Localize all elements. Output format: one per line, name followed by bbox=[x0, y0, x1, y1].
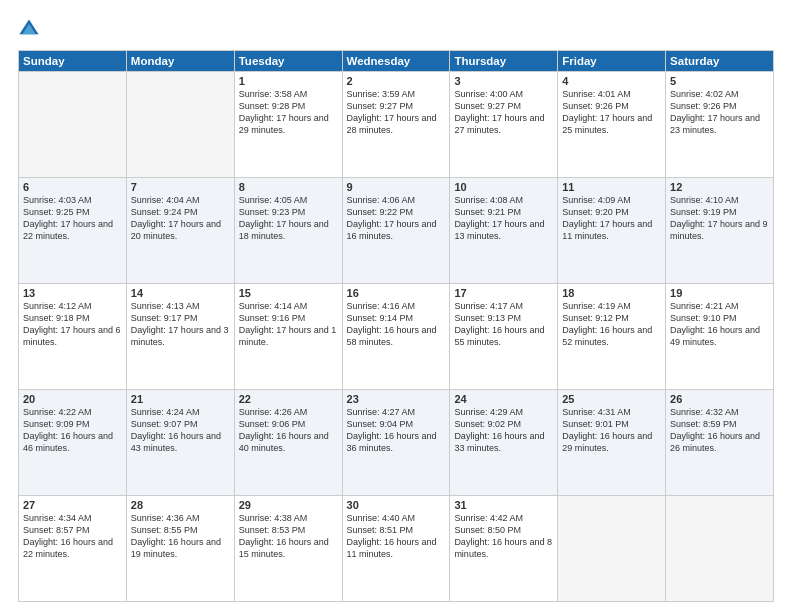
day-number: 6 bbox=[23, 181, 122, 193]
day-number: 15 bbox=[239, 287, 338, 299]
day-number: 25 bbox=[562, 393, 661, 405]
day-cell bbox=[558, 496, 666, 602]
col-header-tuesday: Tuesday bbox=[234, 51, 342, 72]
day-cell: 12Sunrise: 4:10 AMSunset: 9:19 PMDayligh… bbox=[666, 178, 774, 284]
day-detail: Sunrise: 4:10 AMSunset: 9:19 PMDaylight:… bbox=[670, 194, 769, 243]
day-number: 31 bbox=[454, 499, 553, 511]
day-cell: 10Sunrise: 4:08 AMSunset: 9:21 PMDayligh… bbox=[450, 178, 558, 284]
day-detail: Sunrise: 4:04 AMSunset: 9:24 PMDaylight:… bbox=[131, 194, 230, 243]
day-number: 28 bbox=[131, 499, 230, 511]
day-number: 10 bbox=[454, 181, 553, 193]
day-cell: 27Sunrise: 4:34 AMSunset: 8:57 PMDayligh… bbox=[19, 496, 127, 602]
day-number: 20 bbox=[23, 393, 122, 405]
logo bbox=[18, 18, 42, 40]
day-cell bbox=[126, 72, 234, 178]
day-number: 12 bbox=[670, 181, 769, 193]
col-header-sunday: Sunday bbox=[19, 51, 127, 72]
day-cell: 7Sunrise: 4:04 AMSunset: 9:24 PMDaylight… bbox=[126, 178, 234, 284]
day-detail: Sunrise: 4:32 AMSunset: 8:59 PMDaylight:… bbox=[670, 406, 769, 455]
day-detail: Sunrise: 4:06 AMSunset: 9:22 PMDaylight:… bbox=[347, 194, 446, 243]
day-number: 18 bbox=[562, 287, 661, 299]
day-detail: Sunrise: 4:12 AMSunset: 9:18 PMDaylight:… bbox=[23, 300, 122, 349]
day-cell: 9Sunrise: 4:06 AMSunset: 9:22 PMDaylight… bbox=[342, 178, 450, 284]
day-number: 26 bbox=[670, 393, 769, 405]
day-detail: Sunrise: 3:58 AMSunset: 9:28 PMDaylight:… bbox=[239, 88, 338, 137]
day-number: 8 bbox=[239, 181, 338, 193]
col-header-wednesday: Wednesday bbox=[342, 51, 450, 72]
col-header-thursday: Thursday bbox=[450, 51, 558, 72]
day-number: 24 bbox=[454, 393, 553, 405]
day-cell: 26Sunrise: 4:32 AMSunset: 8:59 PMDayligh… bbox=[666, 390, 774, 496]
day-cell: 28Sunrise: 4:36 AMSunset: 8:55 PMDayligh… bbox=[126, 496, 234, 602]
week-row: 1Sunrise: 3:58 AMSunset: 9:28 PMDaylight… bbox=[19, 72, 774, 178]
col-header-saturday: Saturday bbox=[666, 51, 774, 72]
day-cell: 24Sunrise: 4:29 AMSunset: 9:02 PMDayligh… bbox=[450, 390, 558, 496]
day-detail: Sunrise: 4:05 AMSunset: 9:23 PMDaylight:… bbox=[239, 194, 338, 243]
day-number: 11 bbox=[562, 181, 661, 193]
day-cell: 22Sunrise: 4:26 AMSunset: 9:06 PMDayligh… bbox=[234, 390, 342, 496]
day-number: 2 bbox=[347, 75, 446, 87]
day-cell: 14Sunrise: 4:13 AMSunset: 9:17 PMDayligh… bbox=[126, 284, 234, 390]
day-number: 13 bbox=[23, 287, 122, 299]
day-detail: Sunrise: 4:27 AMSunset: 9:04 PMDaylight:… bbox=[347, 406, 446, 455]
day-cell: 17Sunrise: 4:17 AMSunset: 9:13 PMDayligh… bbox=[450, 284, 558, 390]
day-number: 22 bbox=[239, 393, 338, 405]
day-detail: Sunrise: 4:16 AMSunset: 9:14 PMDaylight:… bbox=[347, 300, 446, 349]
col-header-friday: Friday bbox=[558, 51, 666, 72]
day-detail: Sunrise: 4:29 AMSunset: 9:02 PMDaylight:… bbox=[454, 406, 553, 455]
day-number: 30 bbox=[347, 499, 446, 511]
day-cell: 5Sunrise: 4:02 AMSunset: 9:26 PMDaylight… bbox=[666, 72, 774, 178]
day-cell: 13Sunrise: 4:12 AMSunset: 9:18 PMDayligh… bbox=[19, 284, 127, 390]
day-detail: Sunrise: 4:14 AMSunset: 9:16 PMDaylight:… bbox=[239, 300, 338, 349]
day-number: 1 bbox=[239, 75, 338, 87]
day-cell bbox=[19, 72, 127, 178]
day-cell: 30Sunrise: 4:40 AMSunset: 8:51 PMDayligh… bbox=[342, 496, 450, 602]
day-detail: Sunrise: 4:26 AMSunset: 9:06 PMDaylight:… bbox=[239, 406, 338, 455]
calendar: SundayMondayTuesdayWednesdayThursdayFrid… bbox=[18, 50, 774, 602]
day-number: 3 bbox=[454, 75, 553, 87]
day-cell: 21Sunrise: 4:24 AMSunset: 9:07 PMDayligh… bbox=[126, 390, 234, 496]
header bbox=[18, 18, 774, 40]
day-detail: Sunrise: 4:09 AMSunset: 9:20 PMDaylight:… bbox=[562, 194, 661, 243]
day-cell: 16Sunrise: 4:16 AMSunset: 9:14 PMDayligh… bbox=[342, 284, 450, 390]
day-detail: Sunrise: 4:19 AMSunset: 9:12 PMDaylight:… bbox=[562, 300, 661, 349]
day-number: 14 bbox=[131, 287, 230, 299]
day-detail: Sunrise: 4:42 AMSunset: 8:50 PMDaylight:… bbox=[454, 512, 553, 561]
day-number: 7 bbox=[131, 181, 230, 193]
day-cell: 19Sunrise: 4:21 AMSunset: 9:10 PMDayligh… bbox=[666, 284, 774, 390]
day-detail: Sunrise: 4:24 AMSunset: 9:07 PMDaylight:… bbox=[131, 406, 230, 455]
day-detail: Sunrise: 4:00 AMSunset: 9:27 PMDaylight:… bbox=[454, 88, 553, 137]
day-detail: Sunrise: 4:21 AMSunset: 9:10 PMDaylight:… bbox=[670, 300, 769, 349]
day-detail: Sunrise: 4:36 AMSunset: 8:55 PMDaylight:… bbox=[131, 512, 230, 561]
day-detail: Sunrise: 4:38 AMSunset: 8:53 PMDaylight:… bbox=[239, 512, 338, 561]
page: SundayMondayTuesdayWednesdayThursdayFrid… bbox=[0, 0, 792, 612]
day-cell: 20Sunrise: 4:22 AMSunset: 9:09 PMDayligh… bbox=[19, 390, 127, 496]
week-row: 13Sunrise: 4:12 AMSunset: 9:18 PMDayligh… bbox=[19, 284, 774, 390]
day-cell: 1Sunrise: 3:58 AMSunset: 9:28 PMDaylight… bbox=[234, 72, 342, 178]
week-row: 6Sunrise: 4:03 AMSunset: 9:25 PMDaylight… bbox=[19, 178, 774, 284]
day-detail: Sunrise: 4:22 AMSunset: 9:09 PMDaylight:… bbox=[23, 406, 122, 455]
day-cell: 23Sunrise: 4:27 AMSunset: 9:04 PMDayligh… bbox=[342, 390, 450, 496]
day-number: 9 bbox=[347, 181, 446, 193]
day-detail: Sunrise: 4:13 AMSunset: 9:17 PMDaylight:… bbox=[131, 300, 230, 349]
logo-icon bbox=[18, 18, 40, 40]
day-detail: Sunrise: 4:08 AMSunset: 9:21 PMDaylight:… bbox=[454, 194, 553, 243]
day-detail: Sunrise: 4:31 AMSunset: 9:01 PMDaylight:… bbox=[562, 406, 661, 455]
day-number: 29 bbox=[239, 499, 338, 511]
day-detail: Sunrise: 3:59 AMSunset: 9:27 PMDaylight:… bbox=[347, 88, 446, 137]
day-cell: 25Sunrise: 4:31 AMSunset: 9:01 PMDayligh… bbox=[558, 390, 666, 496]
day-detail: Sunrise: 4:34 AMSunset: 8:57 PMDaylight:… bbox=[23, 512, 122, 561]
week-row: 20Sunrise: 4:22 AMSunset: 9:09 PMDayligh… bbox=[19, 390, 774, 496]
day-detail: Sunrise: 4:01 AMSunset: 9:26 PMDaylight:… bbox=[562, 88, 661, 137]
day-cell: 29Sunrise: 4:38 AMSunset: 8:53 PMDayligh… bbox=[234, 496, 342, 602]
day-number: 19 bbox=[670, 287, 769, 299]
day-cell bbox=[666, 496, 774, 602]
col-header-monday: Monday bbox=[126, 51, 234, 72]
day-cell: 6Sunrise: 4:03 AMSunset: 9:25 PMDaylight… bbox=[19, 178, 127, 284]
day-detail: Sunrise: 4:03 AMSunset: 9:25 PMDaylight:… bbox=[23, 194, 122, 243]
header-row: SundayMondayTuesdayWednesdayThursdayFrid… bbox=[19, 51, 774, 72]
day-number: 16 bbox=[347, 287, 446, 299]
day-number: 4 bbox=[562, 75, 661, 87]
day-cell: 3Sunrise: 4:00 AMSunset: 9:27 PMDaylight… bbox=[450, 72, 558, 178]
day-cell: 4Sunrise: 4:01 AMSunset: 9:26 PMDaylight… bbox=[558, 72, 666, 178]
